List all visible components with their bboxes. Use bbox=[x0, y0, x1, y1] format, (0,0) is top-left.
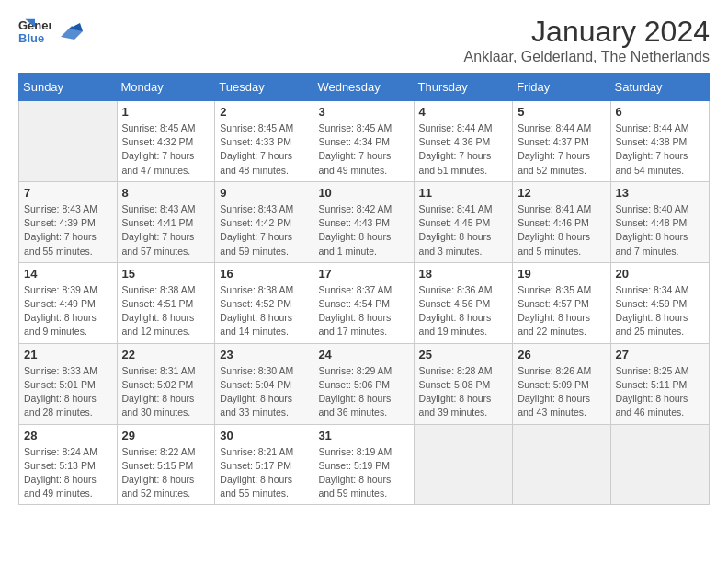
day-info: Sunrise: 8:29 AMSunset: 5:06 PMDaylight:… bbox=[318, 364, 408, 420]
day-number: 30 bbox=[220, 429, 308, 442]
daylight-text: Daylight: 7 hours and 49 minutes. bbox=[318, 150, 391, 175]
daylight-text: Daylight: 7 hours and 59 minutes. bbox=[220, 231, 292, 256]
sunrise-text: Sunrise: 8:45 AM bbox=[220, 122, 293, 133]
day-number: 13 bbox=[616, 186, 704, 200]
sunrise-text: Sunrise: 8:43 AM bbox=[24, 203, 97, 214]
calendar-cell: 28Sunrise: 8:24 AMSunset: 5:13 PMDayligh… bbox=[19, 424, 118, 505]
sunrise-text: Sunrise: 8:40 AM bbox=[616, 203, 689, 214]
day-info: Sunrise: 8:37 AMSunset: 4:54 PMDaylight:… bbox=[318, 283, 408, 339]
calendar-cell: 7Sunrise: 8:43 AMSunset: 4:39 PMDaylight… bbox=[19, 181, 118, 262]
weekday-header-tuesday: Tuesday bbox=[215, 74, 313, 101]
sunset-text: Sunset: 4:54 PM bbox=[318, 298, 390, 309]
daylight-text: Daylight: 8 hours and 7 minutes. bbox=[616, 231, 688, 256]
daylight-text: Daylight: 8 hours and 17 minutes. bbox=[318, 312, 391, 337]
sunset-text: Sunset: 5:09 PM bbox=[518, 379, 589, 390]
day-info: Sunrise: 8:25 AMSunset: 5:11 PMDaylight:… bbox=[616, 364, 704, 420]
calendar-cell: 18Sunrise: 8:36 AMSunset: 4:56 PMDayligh… bbox=[414, 262, 513, 343]
day-info: Sunrise: 8:22 AMSunset: 5:15 PMDaylight:… bbox=[122, 445, 210, 501]
calendar-cell: 17Sunrise: 8:37 AMSunset: 4:54 PMDayligh… bbox=[313, 262, 414, 343]
calendar-cell: 26Sunrise: 8:26 AMSunset: 5:09 PMDayligh… bbox=[513, 343, 610, 424]
daylight-text: Daylight: 8 hours and 33 minutes. bbox=[220, 393, 292, 418]
day-info: Sunrise: 8:41 AMSunset: 4:46 PMDaylight:… bbox=[518, 202, 605, 259]
day-info: Sunrise: 8:42 AMSunset: 4:43 PMDaylight:… bbox=[318, 202, 408, 259]
calendar-cell: 3Sunrise: 8:45 AMSunset: 4:34 PMDaylight… bbox=[313, 101, 414, 182]
day-number: 19 bbox=[518, 267, 605, 281]
daylight-text: Daylight: 8 hours and 59 minutes. bbox=[318, 474, 391, 499]
day-info: Sunrise: 8:28 AMSunset: 5:08 PMDaylight:… bbox=[419, 364, 508, 420]
svg-text:Blue: Blue bbox=[18, 31, 44, 45]
calendar-cell: 15Sunrise: 8:38 AMSunset: 4:51 PMDayligh… bbox=[117, 262, 215, 343]
sunrise-text: Sunrise: 8:30 AM bbox=[220, 365, 293, 376]
day-number: 3 bbox=[318, 105, 408, 119]
sunset-text: Sunset: 5:06 PM bbox=[318, 379, 390, 390]
sunset-text: Sunset: 4:32 PM bbox=[122, 136, 194, 147]
weekday-header-monday: Monday bbox=[117, 74, 215, 101]
calendar-cell: 5Sunrise: 8:44 AMSunset: 4:37 PMDaylight… bbox=[513, 101, 610, 182]
sunrise-text: Sunrise: 8:31 AM bbox=[122, 365, 196, 376]
calendar-title: January 2024 bbox=[464, 15, 710, 49]
day-info: Sunrise: 8:33 AMSunset: 5:01 PMDaylight:… bbox=[24, 364, 112, 420]
day-number: 2 bbox=[220, 105, 308, 119]
sunrise-text: Sunrise: 8:41 AM bbox=[419, 203, 493, 214]
calendar-cell: 10Sunrise: 8:42 AMSunset: 4:43 PMDayligh… bbox=[313, 181, 414, 262]
day-number: 6 bbox=[616, 105, 704, 119]
day-info: Sunrise: 8:44 AMSunset: 4:38 PMDaylight:… bbox=[616, 121, 704, 178]
day-number: 5 bbox=[518, 105, 605, 119]
daylight-text: Daylight: 7 hours and 48 minutes. bbox=[220, 150, 292, 175]
daylight-text: Daylight: 8 hours and 9 minutes. bbox=[24, 312, 97, 337]
daylight-text: Daylight: 8 hours and 3 minutes. bbox=[419, 231, 492, 256]
day-number: 18 bbox=[419, 267, 508, 281]
calendar-week-row: 1Sunrise: 8:45 AMSunset: 4:32 PMDaylight… bbox=[19, 101, 710, 182]
daylight-text: Daylight: 8 hours and 28 minutes. bbox=[24, 393, 97, 418]
day-number: 28 bbox=[24, 429, 112, 442]
sunrise-text: Sunrise: 8:43 AM bbox=[122, 203, 196, 214]
daylight-text: Daylight: 7 hours and 57 minutes. bbox=[122, 231, 195, 256]
daylight-text: Daylight: 8 hours and 30 minutes. bbox=[122, 393, 195, 418]
day-info: Sunrise: 8:21 AMSunset: 5:17 PMDaylight:… bbox=[220, 445, 308, 501]
day-number: 20 bbox=[616, 267, 704, 281]
daylight-text: Daylight: 8 hours and 55 minutes. bbox=[220, 474, 292, 499]
sunset-text: Sunset: 4:48 PM bbox=[616, 217, 688, 228]
sunset-text: Sunset: 4:42 PM bbox=[220, 217, 291, 228]
day-number: 10 bbox=[318, 186, 408, 200]
calendar-table: SundayMondayTuesdayWednesdayThursdayFrid… bbox=[18, 73, 710, 505]
logo: General Blue bbox=[18, 15, 83, 48]
sunset-text: Sunset: 4:41 PM bbox=[122, 217, 194, 228]
calendar-cell bbox=[19, 101, 118, 182]
sunset-text: Sunset: 5:08 PM bbox=[419, 379, 491, 390]
calendar-cell: 25Sunrise: 8:28 AMSunset: 5:08 PMDayligh… bbox=[414, 343, 513, 424]
calendar-cell: 2Sunrise: 8:45 AMSunset: 4:33 PMDaylight… bbox=[215, 101, 313, 182]
sunset-text: Sunset: 5:17 PM bbox=[220, 460, 291, 471]
sunrise-text: Sunrise: 8:36 AM bbox=[419, 284, 493, 295]
sunset-text: Sunset: 4:56 PM bbox=[419, 298, 491, 309]
day-number: 14 bbox=[24, 267, 112, 281]
weekday-header-saturday: Saturday bbox=[610, 74, 709, 101]
daylight-text: Daylight: 8 hours and 12 minutes. bbox=[122, 312, 195, 337]
day-info: Sunrise: 8:34 AMSunset: 4:59 PMDaylight:… bbox=[616, 283, 704, 339]
daylight-text: Daylight: 8 hours and 46 minutes. bbox=[616, 393, 688, 418]
sunrise-text: Sunrise: 8:45 AM bbox=[122, 122, 196, 133]
sunrise-text: Sunrise: 8:44 AM bbox=[518, 122, 591, 133]
calendar-cell: 12Sunrise: 8:41 AMSunset: 4:46 PMDayligh… bbox=[513, 181, 610, 262]
sunset-text: Sunset: 4:37 PM bbox=[518, 136, 589, 147]
daylight-text: Daylight: 7 hours and 55 minutes. bbox=[24, 231, 97, 256]
calendar-cell: 29Sunrise: 8:22 AMSunset: 5:15 PMDayligh… bbox=[117, 424, 215, 505]
day-number: 21 bbox=[24, 348, 112, 362]
daylight-text: Daylight: 8 hours and 14 minutes. bbox=[220, 312, 292, 337]
calendar-cell: 13Sunrise: 8:40 AMSunset: 4:48 PMDayligh… bbox=[610, 181, 709, 262]
sunrise-text: Sunrise: 8:22 AM bbox=[122, 446, 196, 457]
sunset-text: Sunset: 4:43 PM bbox=[318, 217, 390, 228]
calendar-cell: 22Sunrise: 8:31 AMSunset: 5:02 PMDayligh… bbox=[117, 343, 215, 424]
day-info: Sunrise: 8:30 AMSunset: 5:04 PMDaylight:… bbox=[220, 364, 308, 420]
calendar-cell: 9Sunrise: 8:43 AMSunset: 4:42 PMDaylight… bbox=[215, 181, 313, 262]
sunrise-text: Sunrise: 8:38 AM bbox=[220, 284, 293, 295]
day-number: 7 bbox=[24, 186, 112, 200]
day-number: 9 bbox=[220, 186, 308, 200]
day-info: Sunrise: 8:45 AMSunset: 4:34 PMDaylight:… bbox=[318, 121, 408, 178]
day-number: 31 bbox=[318, 429, 408, 442]
sunset-text: Sunset: 5:19 PM bbox=[318, 460, 390, 471]
day-number: 27 bbox=[616, 348, 704, 362]
sunset-text: Sunset: 4:45 PM bbox=[419, 217, 491, 228]
sunset-text: Sunset: 4:38 PM bbox=[616, 136, 688, 147]
day-info: Sunrise: 8:35 AMSunset: 4:57 PMDaylight:… bbox=[518, 283, 605, 339]
